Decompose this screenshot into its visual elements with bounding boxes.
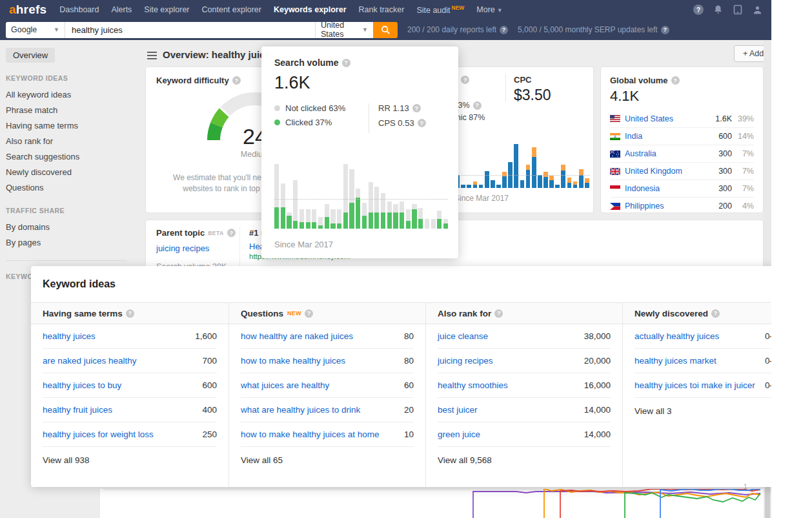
keyword-link[interactable]: best juicer bbox=[438, 405, 478, 415]
keyword-link[interactable]: healthy fruit juices bbox=[43, 405, 112, 415]
keyword-link[interactable]: how to make healthy juices bbox=[241, 356, 345, 366]
help-icon[interactable]: ? bbox=[661, 26, 669, 34]
clicks-bar bbox=[585, 178, 589, 188]
devices-icon[interactable] bbox=[733, 5, 743, 15]
keyword-link[interactable]: healthy juices bbox=[43, 331, 96, 341]
keyword-volume: 0–10 bbox=[765, 380, 771, 390]
keyword-link[interactable]: healthy juices market bbox=[634, 356, 716, 366]
keyword-link[interactable]: actually healthy juices bbox=[634, 331, 719, 341]
country-link[interactable]: United Kingdom bbox=[625, 167, 718, 176]
nav-item-site-explorer[interactable]: Site explorer bbox=[144, 5, 189, 14]
help-icon[interactable]: ? bbox=[473, 101, 482, 110]
global-volume-row: Australia3007% bbox=[610, 145, 754, 162]
country-link[interactable]: Philippines bbox=[625, 202, 718, 211]
divider bbox=[6, 260, 127, 261]
page-title: Overview: healthy juices bbox=[163, 49, 276, 60]
clicks-bar bbox=[567, 178, 572, 188]
view-all-link[interactable]: View all 3 bbox=[634, 398, 771, 424]
nav-item-dashboard[interactable]: Dashboard bbox=[59, 5, 99, 14]
help-icon[interactable]: ? bbox=[232, 76, 241, 85]
sidebar-item-having-same-terms[interactable]: Having same terms bbox=[6, 118, 136, 133]
help-icon[interactable]: ? bbox=[412, 104, 421, 112]
country-link[interactable]: Indonesia bbox=[625, 184, 718, 193]
global-volume-row: Philippines2004% bbox=[610, 197, 754, 214]
clicks-since-label: Since Mar 2017 bbox=[454, 194, 509, 203]
sidebar-item-search-suggestions[interactable]: Search suggestions bbox=[6, 149, 136, 164]
global-volume-row: India60014% bbox=[610, 127, 754, 145]
volume-bar bbox=[387, 202, 392, 229]
keyword-row: how to make healthy juices at home10 bbox=[241, 422, 414, 447]
nav-item-rank-tracker[interactable]: Rank tracker bbox=[359, 5, 405, 14]
global-volume-row: United States1.6K39% bbox=[610, 110, 754, 127]
keyword-link[interactable]: how to make healthy juices at home bbox=[241, 430, 380, 439]
keyword-volume: 0–10 bbox=[765, 356, 771, 366]
menu-icon[interactable] bbox=[147, 52, 157, 59]
help-icon[interactable]: ? bbox=[671, 76, 680, 85]
search-engine-select[interactable]: Google ▼ bbox=[6, 22, 65, 38]
nav-item-keywords-explorer[interactable]: Keywords explorer bbox=[274, 5, 347, 14]
chevron-down-icon: ▼ bbox=[497, 7, 503, 14]
help-icon[interactable]: ? bbox=[711, 309, 720, 318]
search-button[interactable] bbox=[373, 22, 398, 38]
keyword-link[interactable]: healthy juices for weight loss bbox=[43, 430, 154, 439]
help-icon[interactable]: ? bbox=[418, 119, 426, 127]
help-icon[interactable]: ? bbox=[494, 309, 503, 318]
keyword-link[interactable]: juice cleanse bbox=[438, 331, 488, 341]
view-all-link[interactable]: View all 65 bbox=[241, 447, 414, 473]
position-axis-label: 1 bbox=[744, 483, 747, 490]
help-icon[interactable]: ? bbox=[126, 309, 134, 318]
keyword-link[interactable]: green juice bbox=[438, 430, 480, 439]
help-icon[interactable]: ? bbox=[461, 76, 469, 84]
keyword-link[interactable]: healthy juices to buy bbox=[43, 380, 121, 390]
global-volume-title: Global volume bbox=[610, 76, 668, 85]
help-icon[interactable]: ? bbox=[693, 5, 704, 15]
sidebar-section-title: TRAFFIC SHARE bbox=[6, 207, 136, 214]
keyword-row: how to make healthy juices80 bbox=[241, 349, 414, 373]
keyword-volume: 400 bbox=[202, 405, 217, 415]
sidebar-item-questions[interactable]: Questions bbox=[6, 180, 136, 195]
column-header: Having same terms? bbox=[31, 302, 228, 324]
ahrefs-logo[interactable]: ahrefs bbox=[9, 3, 46, 17]
sidebar-item-newly-discovered[interactable]: Newly discovered bbox=[6, 164, 136, 180]
keyword-volume: 20,000 bbox=[584, 356, 611, 366]
volume-bar bbox=[318, 217, 323, 229]
country-select[interactable]: United States ▼ bbox=[315, 22, 373, 38]
nav-item-alerts[interactable]: Alerts bbox=[111, 5, 132, 14]
keyword-link[interactable]: healthy smoothies bbox=[438, 380, 508, 390]
keyword-link[interactable]: how healthy are naked juices bbox=[241, 331, 353, 341]
view-all-link[interactable]: View all 938 bbox=[43, 447, 217, 473]
keyword-link[interactable]: what are healthy juices to drink bbox=[241, 405, 360, 415]
sidebar-item-by-domains[interactable]: By domains bbox=[6, 219, 136, 234]
keyword-link[interactable]: healthy juices toi make in juicer bbox=[634, 380, 755, 390]
country-link[interactable]: India bbox=[625, 132, 718, 141]
user-icon[interactable] bbox=[753, 5, 762, 15]
volume-bar bbox=[293, 180, 298, 229]
volume-bar bbox=[312, 209, 316, 229]
help-icon[interactable]: ? bbox=[305, 309, 313, 318]
sidebar-item-also-rank-for[interactable]: Also rank for bbox=[6, 133, 136, 149]
nav-item-site-audit[interactable]: Site auditNEW bbox=[416, 5, 464, 15]
sidebar-item-by-pages[interactable]: By pages bbox=[6, 234, 136, 250]
sidebar-item-all-keyword-ideas[interactable]: All keyword ideas bbox=[6, 87, 136, 102]
keyword-link[interactable]: what juices are healthy bbox=[241, 380, 329, 390]
keyword-link[interactable]: juicing recipes bbox=[438, 356, 493, 366]
help-icon[interactable]: ? bbox=[500, 26, 508, 34]
sidebar-item-phrase-match[interactable]: Phrase match bbox=[6, 102, 136, 118]
help-icon[interactable]: ? bbox=[227, 229, 236, 237]
nav-item-content-explorer[interactable]: Content explorer bbox=[202, 5, 261, 14]
volume-bar bbox=[325, 204, 329, 229]
country-link[interactable]: Australia bbox=[625, 149, 718, 158]
help-icon[interactable]: ? bbox=[342, 59, 350, 67]
clicks-bar bbox=[520, 180, 525, 188]
bell-icon[interactable] bbox=[713, 5, 723, 15]
country-link[interactable]: United States bbox=[625, 114, 715, 123]
nav-item-more[interactable]: More▼ bbox=[476, 5, 502, 14]
sidebar-item-overview[interactable]: Overview bbox=[6, 48, 55, 63]
keyword-query-input[interactable] bbox=[65, 22, 315, 38]
keyword-link[interactable]: are naked juices healthy bbox=[43, 356, 137, 366]
keyword-volume: 80 bbox=[404, 356, 414, 366]
view-all-link[interactable]: View all 9,568 bbox=[438, 447, 611, 473]
keyword-row: healthy juices toi make in juicer0–10 bbox=[634, 373, 771, 398]
country-percent: 7% bbox=[732, 184, 754, 193]
clicks-bar bbox=[514, 144, 518, 188]
